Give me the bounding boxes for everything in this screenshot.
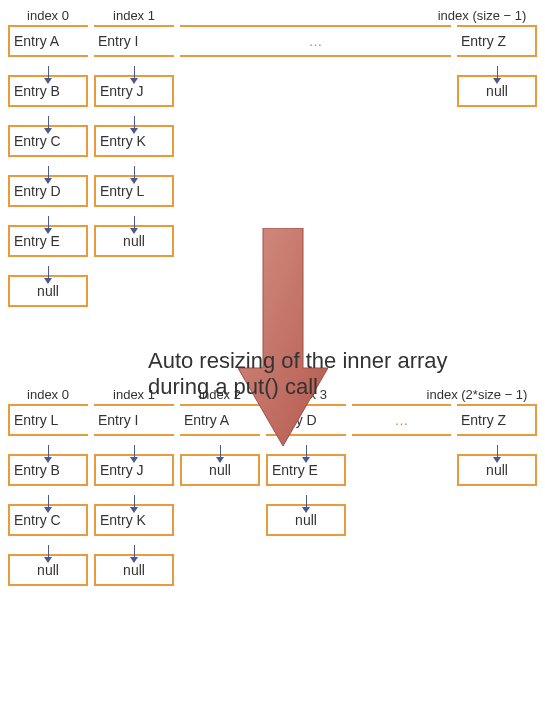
index-label-1: index 1	[94, 8, 174, 25]
ellipsis-icon: …	[180, 25, 451, 57]
top-array-row: Entry A Entry I … Entry Z	[8, 25, 537, 57]
index-label-last: index (size − 1)	[427, 8, 537, 25]
caption-line-2: during a put() call	[148, 374, 318, 399]
index-label-0: index 0	[8, 8, 88, 25]
bucket-1: Entry I	[94, 404, 174, 436]
resize-caption: Auto resizing of the inner array during …	[148, 348, 528, 401]
bucket-last: Entry Z	[457, 25, 537, 57]
resize-arrow-icon	[238, 228, 328, 448]
bucket-1: Entry I	[94, 25, 174, 57]
ellipsis-icon: …	[352, 404, 451, 436]
hashmap-resize-diagram: index 0 index 1 index (size − 1) Entry A…	[8, 8, 537, 586]
caption-line-1: Auto resizing of the inner array	[148, 348, 448, 373]
bucket-last: Entry Z	[457, 404, 537, 436]
index-label-0: index 0	[8, 387, 88, 404]
bucket-0: Entry A	[8, 25, 88, 57]
top-index-labels: index 0 index 1 index (size − 1)	[8, 8, 537, 25]
bucket-0: Entry L	[8, 404, 88, 436]
